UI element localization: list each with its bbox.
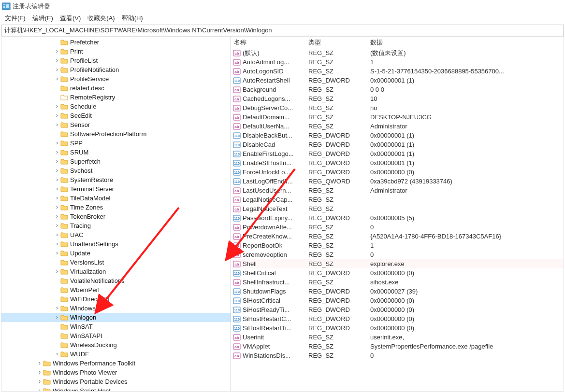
expander-icon[interactable]: › <box>54 166 60 175</box>
tree-item[interactable]: ›Windows Performance Toolkit <box>1 359 231 368</box>
value-row[interactable]: 110DisableBackBut...REG_DWORD0x00000001 … <box>231 131 564 140</box>
menu-edit[interactable]: 编辑(E) <box>29 13 56 24</box>
value-row[interactable]: abLegalNoticeCap...REG_SZ <box>231 195 564 204</box>
expander-icon[interactable]: › <box>36 359 43 368</box>
expander-icon[interactable]: › <box>36 386 43 391</box>
tree-item[interactable]: WinSAT <box>1 322 231 331</box>
value-row[interactable]: abscremoveoptionREG_SZ0 <box>231 250 564 259</box>
expander-icon[interactable]: › <box>54 157 60 166</box>
expander-icon[interactable]: › <box>54 175 60 184</box>
menu-file[interactable]: 文件(F) <box>2 13 29 24</box>
expander-icon[interactable]: › <box>54 111 60 120</box>
tree-item[interactable]: VolatileNotifications <box>1 276 231 285</box>
tree-item[interactable]: ›Windows Script Host <box>1 386 231 391</box>
tree-item[interactable]: ›Superfetch <box>1 157 231 166</box>
tree-item[interactable]: ›Terminal Server <box>1 184 231 194</box>
expander-icon[interactable]: › <box>54 184 60 194</box>
tree-item[interactable]: RemoteRegistry <box>1 93 231 102</box>
expander-icon[interactable]: › <box>54 65 60 74</box>
expander-icon[interactable]: › <box>54 267 60 276</box>
tree-item[interactable]: ›Virtualization <box>1 267 231 276</box>
expander-icon[interactable]: › <box>36 377 43 386</box>
value-row[interactable]: abAutoAdminLog...REG_SZ1 <box>231 57 564 67</box>
tree-item[interactable]: WinSATAPI <box>1 331 231 340</box>
tree-item[interactable]: ›SecEdit <box>1 111 231 120</box>
tree-item[interactable]: SoftwareProtectionPlatform <box>1 129 231 139</box>
value-row[interactable]: 110SiHostCriticalREG_DWORD0x00000000 (0) <box>231 296 564 305</box>
tree-item[interactable]: ›Schedule <box>1 102 231 111</box>
tree-item[interactable]: ›Sensor <box>1 120 231 129</box>
value-row[interactable]: abPreCreateKnow...REG_SZ{A520A1A4-1780-4… <box>231 232 564 241</box>
tree-item[interactable]: ›UnattendSettings <box>1 239 231 249</box>
value-row[interactable]: abAutoLogonSIDREG_SZS-1-5-21-3776154350-… <box>231 67 564 76</box>
value-row[interactable]: abShellInfrastruct...REG_SZsihost.exe <box>231 278 564 287</box>
value-row[interactable]: 110AutoRestartShellREG_DWORD0x00000001 (… <box>231 76 564 85</box>
value-row[interactable]: 110ShutdownFlagsREG_DWORD0x00000027 (39) <box>231 287 564 296</box>
tree-item[interactable]: ›Print <box>1 47 231 56</box>
expander-icon[interactable]: › <box>54 230 60 239</box>
value-row[interactable]: 110ForceUnlockLo...REG_DWORD0x00000000 (… <box>231 168 564 177</box>
value-row[interactable]: abUserinitREG_SZuserinit.exe, <box>231 333 564 342</box>
value-row[interactable]: 110PasswordExpiry...REG_DWORD0x00000005 … <box>231 213 564 223</box>
tree-item[interactable]: ›Tracing <box>1 221 231 230</box>
value-row[interactable]: abDebugServerCo...REG_SZno <box>231 103 564 112</box>
tree-item[interactable]: ›ProfileService <box>1 74 231 84</box>
value-row[interactable]: 110LastLogOffEndT...REG_QWORD0xa39cbd972… <box>231 177 564 186</box>
value-row[interactable]: abPowerdownAfte...REG_SZ0 <box>231 223 564 232</box>
expander-icon[interactable]: › <box>54 313 60 322</box>
expander-icon[interactable]: › <box>54 148 60 157</box>
expander-icon[interactable]: › <box>54 120 60 129</box>
expander-icon[interactable]: › <box>54 47 60 56</box>
expander-icon[interactable]: › <box>54 203 60 212</box>
tree-item[interactable]: ›TileDataModel <box>1 194 231 203</box>
expander-icon[interactable]: › <box>36 368 43 377</box>
expander-icon[interactable]: › <box>54 194 60 203</box>
expander-icon[interactable]: › <box>54 102 60 111</box>
tree-item[interactable]: ›Windows Photo Viewer <box>1 368 231 377</box>
tree-item[interactable]: WiFiDirectAPI <box>1 294 231 304</box>
expander-icon[interactable]: › <box>54 249 60 258</box>
expander-icon[interactable]: › <box>54 56 60 65</box>
tree-item[interactable]: WirelessDocking <box>1 340 231 350</box>
tree-item[interactable]: ›SRUM <box>1 148 231 157</box>
tree-item[interactable]: ›Update <box>1 249 231 258</box>
expander-icon[interactable]: › <box>54 139 60 148</box>
tree-item[interactable]: WbemPerf <box>1 285 231 294</box>
value-row[interactable]: 110EnableSIHostIn...REG_DWORD0x00000001 … <box>231 158 564 168</box>
value-row[interactable]: abDefaultDomain...REG_SZDESKTOP-NJEU3CG <box>231 112 564 122</box>
value-row[interactable]: 110SiHostRestartC...REG_DWORD0x00000000 … <box>231 314 564 323</box>
tree-item[interactable]: ›SPP <box>1 139 231 148</box>
values-pane[interactable]: 名称 类型 数据 ab(默认)REG_SZ(数值未设置)abAutoAdminL… <box>231 37 564 391</box>
menu-favorites[interactable]: 收藏夹(A) <box>85 13 117 24</box>
menu-help[interactable]: 帮助(H) <box>119 13 146 24</box>
expander-icon[interactable]: › <box>54 350 60 359</box>
value-row[interactable]: abShellREG_SZexplorer.exe <box>231 259 564 268</box>
column-type[interactable]: 类型 <box>308 38 370 47</box>
expander-icon[interactable]: › <box>54 304 60 313</box>
tree-item[interactable]: ›UAC <box>1 230 231 239</box>
value-row[interactable]: abDefaultUserNa...REG_SZAdministrator <box>231 122 564 131</box>
tree-item[interactable]: ›TokenBroker <box>1 212 231 221</box>
tree-item[interactable]: ›Windows <box>1 304 231 313</box>
column-name[interactable]: 名称 <box>231 38 308 47</box>
tree-item[interactable]: ›SystemRestore <box>1 175 231 184</box>
tree-item[interactable]: ›Svchost <box>1 166 231 175</box>
value-row[interactable]: abLastUsedUsern...REG_SZAdministrator <box>231 186 564 195</box>
value-row[interactable]: abReportBootOkREG_SZ1 <box>231 241 564 250</box>
tree-item[interactable]: ›WUDF <box>1 350 231 359</box>
value-row[interactable]: 110SiHostReadyTi...REG_DWORD0x00000000 (… <box>231 305 564 314</box>
tree-pane[interactable]: Prefetcher›Print›ProfileList›ProfileNoti… <box>1 37 231 391</box>
tree-item[interactable]: ›ProfileNotification <box>1 65 231 74</box>
address-bar[interactable]: 计算机\HKEY_LOCAL_MACHINE\SOFTWARE\Microsof… <box>1 25 564 36</box>
value-row[interactable]: abWinStationsDis...REG_SZ0 <box>231 351 564 360</box>
tree-item[interactable]: ›Windows Portable Devices <box>1 377 231 386</box>
value-row[interactable]: 110ShellCriticalREG_DWORD0x00000000 (0) <box>231 268 564 278</box>
tree-item[interactable]: Prefetcher <box>1 38 231 47</box>
tree-item[interactable]: related.desc <box>1 84 231 93</box>
tree-item[interactable]: ›Winlogon <box>1 313 231 322</box>
expander-icon[interactable]: › <box>54 221 60 230</box>
tree-item[interactable]: VersionsList <box>1 258 231 267</box>
value-row[interactable]: ab(默认)REG_SZ(数值未设置) <box>231 48 564 57</box>
expander-icon[interactable]: › <box>54 74 60 84</box>
value-row[interactable]: 110EnableFirstLogo...REG_DWORD0x00000001… <box>231 149 564 158</box>
